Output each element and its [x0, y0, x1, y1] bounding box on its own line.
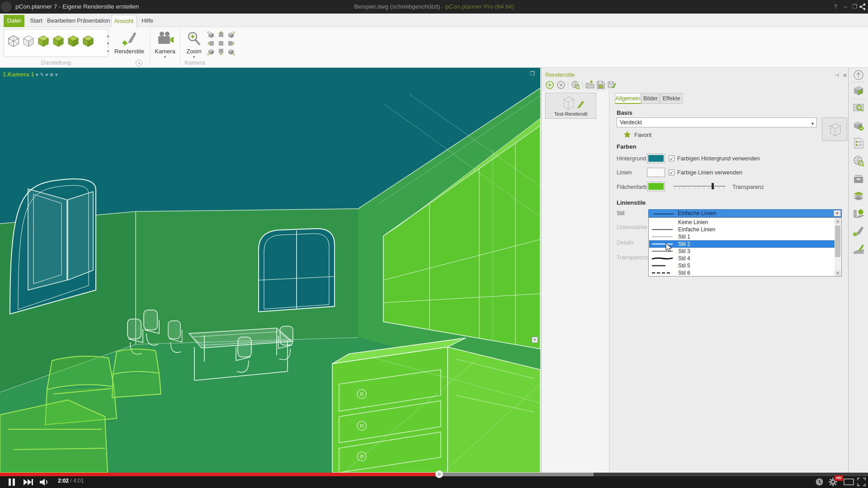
flaechenfarbe-color-swatch[interactable]	[647, 182, 665, 191]
hintergrund-color-swatch[interactable]	[647, 154, 665, 163]
style-preview-button[interactable]	[822, 117, 847, 141]
next-button[interactable]	[24, 479, 33, 485]
tab-allgemein[interactable]: Allgemein	[615, 93, 641, 104]
hintergrund-label: Hintergrund	[617, 155, 646, 162]
view-bottom-left-icon[interactable]	[207, 48, 215, 56]
tab-effekte[interactable]: Effekte	[660, 93, 683, 104]
darstellung-dialog-launcher-icon[interactable]: ↘	[136, 60, 142, 66]
article-settings-icon[interactable]	[853, 84, 864, 96]
tab-hilfe[interactable]: Hilfe	[138, 15, 156, 27]
layers-icon[interactable]	[853, 190, 864, 202]
renderstile-button[interactable]: Renderstile	[110, 29, 148, 57]
list-item[interactable]: Stil 6	[649, 269, 835, 277]
render-mode-colored-icon[interactable]	[37, 34, 50, 47]
save-style-button[interactable]	[596, 80, 605, 89]
close-icon[interactable]: ✕	[843, 72, 848, 78]
list-item-selected[interactable]: Stil 2	[649, 240, 835, 248]
kamera-button[interactable]: Kamera ▼	[152, 29, 178, 57]
import-style-button[interactable]	[585, 80, 594, 89]
list-item[interactable]: Stil 3	[649, 248, 835, 255]
volume-button[interactable]	[40, 479, 50, 486]
minimize-button[interactable]: –	[841, 0, 850, 14]
scroll-down-icon[interactable]: ▼	[835, 270, 841, 276]
restore-button[interactable]: ❐	[850, 0, 859, 14]
article-list-icon[interactable]	[853, 137, 864, 149]
view-front-icon[interactable]	[217, 39, 225, 47]
import-objects-icon[interactable]	[853, 120, 864, 131]
mouse-cursor	[665, 243, 672, 253]
list-item[interactable]: Stil 4	[649, 255, 835, 262]
transparenz-slider[interactable]	[673, 183, 726, 190]
list-item[interactable]: Stil 5	[649, 262, 835, 269]
terrain-edit-icon[interactable]	[853, 243, 864, 255]
details-label: Details	[617, 239, 634, 246]
theater-mode-icon[interactable]	[844, 479, 854, 485]
favorite-label: Favorit	[634, 132, 651, 138]
renderstile-pen-icon[interactable]	[853, 225, 864, 237]
viewport-restore-icon[interactable]: ❐	[530, 70, 537, 77]
selected-line-preview	[653, 213, 674, 215]
view-bottom-icon[interactable]	[217, 48, 225, 56]
tab-bearbeiten[interactable]: Bearbeiten	[47, 15, 75, 27]
tab-start[interactable]: Start	[26, 15, 46, 27]
progress-handle[interactable]	[435, 470, 443, 478]
list-item[interactable]: Stil 1	[649, 233, 835, 240]
watch-later-icon[interactable]	[816, 478, 823, 486]
drawing-viewport[interactable]: 1.Kamera 1 ▾ ✎ ▾ ⊕ ▾ ❐ ✕	[0, 68, 540, 473]
camera-view-label[interactable]: 1.Kamera 1 ▾ ✎ ▾ ⊕ ▾	[3, 70, 57, 79]
stil-combo-arrow[interactable]: ▼	[834, 210, 841, 216]
view-left-icon[interactable]	[207, 39, 215, 47]
scroll-up-icon[interactable]: ▲	[835, 218, 841, 224]
web-search-icon[interactable]	[853, 155, 864, 167]
save-style-as-button[interactable]	[607, 80, 616, 89]
pin-icon[interactable]: ⊣	[835, 72, 841, 79]
viewport-edge-widget[interactable]: ✕	[532, 337, 538, 343]
linien-checkbox[interactable]: ✓	[669, 169, 675, 175]
remove-style-button[interactable]	[557, 80, 566, 89]
render-mode-gallery: ▲▼⏷	[4, 29, 108, 57]
render-mode-hidden-line-icon[interactable]	[22, 34, 35, 47]
search-styles-button[interactable]	[571, 80, 580, 89]
list-item[interactable]: Einfache Linien	[649, 226, 835, 233]
list-item[interactable]: Keine Linien	[649, 219, 835, 226]
view-right-icon[interactable]	[227, 39, 235, 47]
panel-title: Renderstile	[545, 71, 575, 78]
add-style-button[interactable]	[545, 80, 554, 89]
media-archive-icon[interactable]	[853, 173, 864, 184]
render-mode-raytrace-icon[interactable]	[81, 34, 95, 47]
view-top-left-icon[interactable]	[207, 31, 215, 39]
pause-button[interactable]	[8, 479, 16, 486]
app-edition: - pCon.planner Pro (64 bit)	[442, 3, 514, 10]
render-mode-shaded-icon[interactable]	[52, 34, 65, 47]
view-top-icon[interactable]	[217, 31, 225, 39]
linien-color-swatch[interactable]	[647, 168, 665, 177]
style-item-test-renderstil[interactable]: Test-Renderstil	[545, 93, 596, 119]
dropdown-scrollbar[interactable]: ▲ ▼	[835, 218, 841, 276]
collapse-panel-icon[interactable]	[853, 69, 864, 81]
zoom-button[interactable]: Zoom ▼	[182, 29, 206, 57]
camera-view-grid	[207, 31, 237, 57]
hintergrund-checkbox[interactable]: ✓	[669, 155, 675, 161]
render-mode-realistic-icon[interactable]	[66, 34, 80, 47]
view-top-right-icon[interactable]	[227, 31, 235, 39]
render-styles-icon[interactable]	[853, 208, 864, 220]
view-bottom-right-icon[interactable]	[227, 48, 235, 56]
tab-ansicht[interactable]: Ansicht	[111, 15, 137, 27]
tab-praesentation[interactable]: Präsentation	[77, 15, 109, 27]
tab-datei[interactable]: Datei	[4, 15, 24, 27]
favorite-star-icon[interactable]	[623, 131, 631, 138]
camera-dropdown-arrow[interactable]: ▾	[36, 72, 38, 77]
camera-target-icon[interactable]: ⊕ ▾	[50, 72, 58, 77]
tab-bilder[interactable]: Bilder	[642, 93, 660, 104]
video-player-bar: 2:02 / 4:01 HD	[0, 473, 868, 488]
basis-combo[interactable]: Verdeckt ▼	[617, 117, 817, 127]
share-icon[interactable]	[858, 0, 867, 14]
render-mode-pen-icon[interactable]: ✎ ▾	[40, 72, 48, 77]
video-progress-bar[interactable]	[0, 473, 868, 476]
fullscreen-icon[interactable]	[857, 478, 866, 486]
catalog-search-icon[interactable]	[853, 102, 864, 114]
help-button[interactable]: ?	[831, 0, 840, 14]
stil-combo[interactable]: Einfache Linien ▼	[648, 209, 842, 217]
title-bar: pCon.planner 7 - Eigene Renderstile erst…	[0, 0, 868, 14]
render-mode-wireframe-icon[interactable]	[7, 34, 20, 47]
